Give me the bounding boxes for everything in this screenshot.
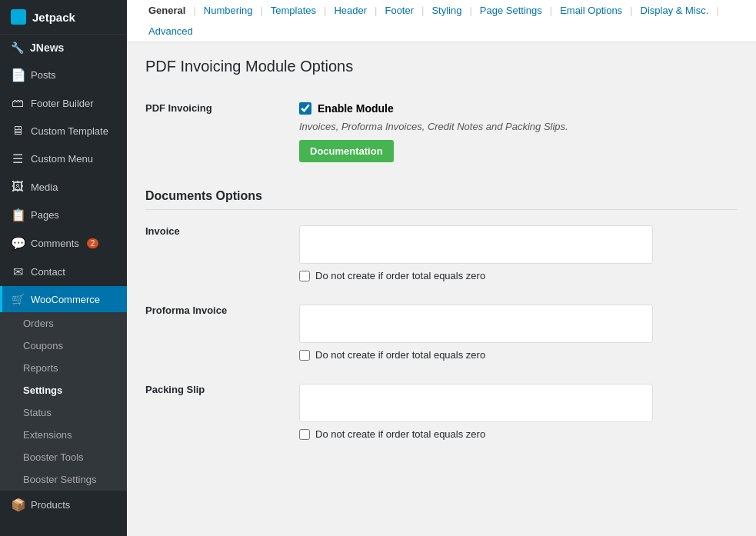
packing-slip-label: Packing Slip bbox=[145, 384, 205, 395]
pdf-invoicing-row: PDF Invoicing Enable Module Invoices, Pr… bbox=[145, 91, 738, 174]
invoice-checkbox-label: Do not create if order total equals zero bbox=[315, 270, 485, 281]
sidebar-item-label: Pages bbox=[31, 209, 59, 221]
tab-page-settings[interactable]: Page Settings bbox=[474, 0, 548, 21]
sidebar-item-footer-builder[interactable]: 🗃 Footer Builder bbox=[0, 89, 127, 117]
documentation-button[interactable]: Documentation bbox=[299, 140, 394, 162]
tab-display-misc[interactable]: Display & Misc. bbox=[634, 0, 715, 21]
sidebar-sub-orders[interactable]: Orders bbox=[0, 312, 127, 335]
sidebar-sub-extensions[interactable]: Extensions bbox=[0, 424, 127, 446]
sidebar-item-label: Footer Builder bbox=[31, 98, 94, 109]
documents-options-heading-row: Documents Options bbox=[145, 174, 738, 214]
packing-slip-row: Packing Slip Do not create if order tota… bbox=[145, 372, 738, 451]
active-indicator bbox=[0, 286, 2, 312]
sidebar-logo[interactable]: Jetpack bbox=[0, 0, 127, 35]
invoice-checkbox-row: Do not create if order total equals zero bbox=[299, 270, 738, 281]
sidebar-item-comments[interactable]: 💬 Comments 2 bbox=[0, 229, 127, 258]
comments-badge: 2 bbox=[87, 238, 99, 248]
sidebar-item-jnews[interactable]: 🔧 JNews bbox=[0, 35, 127, 61]
sidebar-sub-booster-settings[interactable]: Booster Settings bbox=[0, 468, 127, 491]
enable-module-checkbox[interactable] bbox=[299, 102, 311, 115]
documents-options-heading: Documents Options bbox=[145, 189, 738, 210]
tab-styling[interactable]: Styling bbox=[425, 0, 468, 21]
proforma-invoice-td: Do not create if order total equals zero bbox=[299, 293, 738, 372]
invoice-row: Invoice Do not create if order total equ… bbox=[145, 214, 738, 293]
enable-module-row: Enable Module bbox=[299, 102, 738, 115]
pdf-invoicing-td: Enable Module Invoices, Proforma Invoice… bbox=[299, 91, 738, 174]
media-icon: 🖼 bbox=[11, 180, 25, 194]
sidebar-item-label: Custom Template bbox=[31, 125, 108, 137]
footer-builder-icon: 🗃 bbox=[11, 96, 25, 110]
sidebar-item-label: Comments bbox=[31, 238, 79, 249]
jnews-label: JNews bbox=[30, 42, 64, 54]
woocommerce-label: WooCommerce bbox=[31, 294, 100, 305]
invoice-input[interactable] bbox=[299, 225, 653, 264]
sidebar-item-pages[interactable]: 📋 Pages bbox=[0, 201, 127, 229]
custom-menu-icon: ☰ bbox=[11, 151, 25, 166]
jetpack-icon bbox=[11, 9, 26, 25]
packing-slip-checkbox-row: Do not create if order total equals zero bbox=[299, 428, 738, 440]
tab-advanced[interactable]: Advanced bbox=[142, 21, 199, 42]
sidebar-sub-coupons[interactable]: Coupons bbox=[0, 335, 127, 357]
sidebar-item-contact[interactable]: ✉ Contact bbox=[0, 258, 127, 286]
sidebar-item-label: Media bbox=[31, 181, 58, 193]
sidebar-item-products[interactable]: 📦 Products bbox=[0, 491, 127, 519]
sidebar-sub-status[interactable]: Status bbox=[0, 401, 127, 424]
tab-templates[interactable]: Templates bbox=[265, 0, 322, 21]
top-nav: General | Numbering | Templates | Header… bbox=[127, 0, 756, 42]
sidebar-sub-settings[interactable]: Settings bbox=[0, 379, 127, 401]
packing-slip-th: Packing Slip bbox=[145, 372, 299, 451]
pages-icon: 📋 bbox=[11, 208, 25, 222]
sidebar-item-custom-menu[interactable]: ☰ Custom Menu bbox=[0, 145, 127, 173]
products-icon: 📦 bbox=[11, 498, 25, 512]
invoice-label: Invoice bbox=[145, 225, 180, 237]
contact-icon: ✉ bbox=[11, 265, 25, 279]
form-table: PDF Invoicing Enable Module Invoices, Pr… bbox=[145, 91, 738, 451]
module-description: Invoices, Proforma Invoices, Credit Note… bbox=[299, 121, 738, 132]
posts-icon: 📄 bbox=[11, 68, 25, 82]
pdf-invoicing-th: PDF Invoicing bbox=[145, 91, 299, 174]
sidebar-sub-booster-tools[interactable]: Booster Tools bbox=[0, 446, 127, 468]
invoice-th: Invoice bbox=[145, 214, 299, 293]
products-label: Products bbox=[31, 499, 70, 511]
page-content: PDF Invoicing Module Options PDF Invoici… bbox=[127, 42, 756, 467]
sidebar-logo-label: Jetpack bbox=[32, 11, 75, 24]
sidebar-sub-reports[interactable]: Reports bbox=[0, 357, 127, 379]
tab-email-options[interactable]: Email Options bbox=[554, 0, 628, 21]
packing-slip-checkbox[interactable] bbox=[299, 429, 310, 440]
sidebar-item-posts[interactable]: 📄 Posts bbox=[0, 61, 127, 89]
sidebar-item-custom-template[interactable]: 🖥 Custom Template bbox=[0, 117, 127, 145]
sidebar-item-woocommerce[interactable]: 🛒 WooCommerce bbox=[0, 286, 127, 312]
enable-module-label: Enable Module bbox=[318, 102, 394, 115]
sidebar: Jetpack 🔧 JNews 📄 Posts 🗃 Footer Builder… bbox=[0, 0, 127, 536]
proforma-checkbox-row: Do not create if order total equals zero bbox=[299, 349, 738, 361]
page-title: PDF Invoicing Module Options bbox=[145, 58, 738, 75]
packing-slip-checkbox-label: Do not create if order total equals zero bbox=[315, 428, 485, 440]
invoice-checkbox[interactable] bbox=[299, 271, 310, 281]
sidebar-item-media[interactable]: 🖼 Media bbox=[0, 173, 127, 201]
proforma-invoice-th: Proforma Invoice bbox=[145, 293, 299, 372]
custom-template-icon: 🖥 bbox=[11, 124, 25, 138]
packing-slip-input[interactable] bbox=[299, 384, 653, 422]
pdf-invoicing-label: PDF Invoicing bbox=[145, 102, 212, 114]
tab-header[interactable]: Header bbox=[328, 0, 373, 21]
tab-footer[interactable]: Footer bbox=[378, 0, 420, 21]
sidebar-item-label: Custom Menu bbox=[31, 153, 93, 165]
proforma-checkbox-label: Do not create if order total equals zero bbox=[315, 349, 485, 361]
comments-icon: 💬 bbox=[11, 236, 25, 251]
invoice-td: Do not create if order total equals zero bbox=[299, 214, 738, 293]
proforma-invoice-label: Proforma Invoice bbox=[145, 305, 227, 316]
tab-general[interactable]: General bbox=[142, 0, 191, 21]
sidebar-item-label: Contact bbox=[31, 266, 65, 278]
tab-numbering[interactable]: Numbering bbox=[198, 0, 259, 21]
woocommerce-submenu: Orders Coupons Reports Settings Status E… bbox=[0, 312, 127, 491]
jnews-icon: 🔧 bbox=[11, 42, 24, 54]
main-content: General | Numbering | Templates | Header… bbox=[127, 0, 756, 536]
proforma-checkbox[interactable] bbox=[299, 350, 310, 361]
proforma-invoice-row: Proforma Invoice Do not create if order … bbox=[145, 293, 738, 372]
sidebar-item-label: Posts bbox=[31, 69, 56, 81]
packing-slip-td: Do not create if order total equals zero bbox=[299, 372, 738, 451]
proforma-invoice-input[interactable] bbox=[299, 305, 653, 343]
woocommerce-icon: 🛒 bbox=[11, 293, 25, 305]
